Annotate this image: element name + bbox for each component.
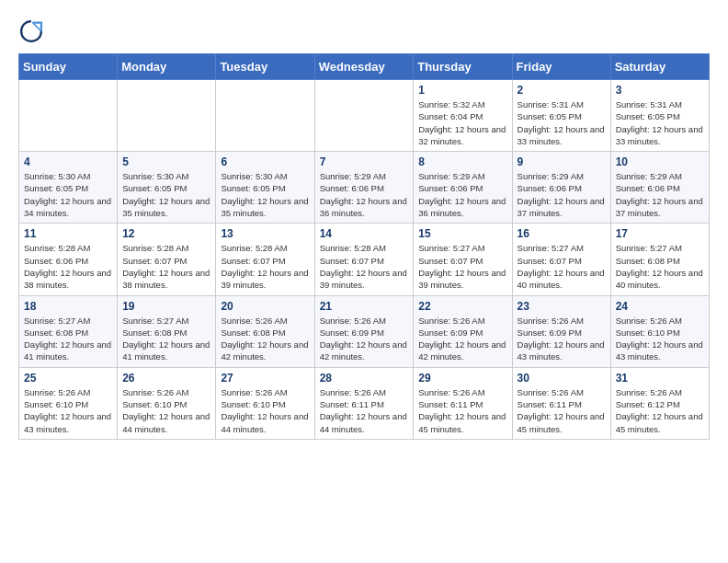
calendar-cell: 2Sunrise: 5:31 AM Sunset: 6:05 PM Daylig… [512, 80, 610, 152]
day-info: Sunrise: 5:26 AM Sunset: 6:11 PM Dayligh… [418, 386, 506, 435]
day-info: Sunrise: 5:26 AM Sunset: 6:09 PM Dayligh… [518, 315, 606, 363]
calendar-week-1: 1Sunrise: 5:32 AM Sunset: 6:04 PM Daylig… [19, 80, 710, 152]
day-info: Sunrise: 5:26 AM Sunset: 6:09 PM Dayligh… [418, 315, 506, 363]
calendar-table: SundayMondayTuesdayWednesdayThursdayFrid… [18, 53, 710, 440]
day-number: 22 [418, 300, 506, 313]
calendar-cell: 20Sunrise: 5:26 AM Sunset: 6:08 PM Dayli… [216, 295, 314, 367]
day-number: 25 [24, 372, 112, 385]
calendar-cell: 21Sunrise: 5:26 AM Sunset: 6:09 PM Dayli… [314, 295, 414, 367]
calendar-cell: 17Sunrise: 5:27 AM Sunset: 6:08 PM Dayli… [610, 224, 709, 295]
calendar-week-2: 4Sunrise: 5:30 AM Sunset: 6:05 PM Daylig… [19, 152, 710, 224]
calendar-cell: 6Sunrise: 5:30 AM Sunset: 6:05 PM Daylig… [216, 152, 314, 224]
day-info: Sunrise: 5:32 AM Sunset: 6:04 PM Dayligh… [418, 98, 506, 147]
day-number: 1 [418, 84, 506, 97]
calendar-cell: 13Sunrise: 5:28 AM Sunset: 6:07 PM Dayli… [216, 224, 314, 295]
calendar-header-row: SundayMondayTuesdayWednesdayThursdayFrid… [19, 54, 710, 80]
day-info: Sunrise: 5:28 AM Sunset: 6:07 PM Dayligh… [221, 242, 309, 291]
day-info: Sunrise: 5:29 AM Sunset: 6:06 PM Dayligh… [418, 170, 506, 219]
day-info: Sunrise: 5:27 AM Sunset: 6:07 PM Dayligh… [518, 242, 606, 291]
calendar-cell: 12Sunrise: 5:28 AM Sunset: 6:07 PM Dayli… [118, 224, 216, 295]
col-header-wednesday: Wednesday [314, 54, 414, 80]
day-info: Sunrise: 5:27 AM Sunset: 6:08 PM Dayligh… [616, 242, 704, 291]
page-header [18, 18, 710, 44]
calendar-cell: 19Sunrise: 5:27 AM Sunset: 6:08 PM Dayli… [118, 295, 216, 367]
col-header-sunday: Sunday [19, 54, 118, 80]
day-number: 10 [616, 155, 704, 168]
calendar-week-5: 25Sunrise: 5:26 AM Sunset: 6:10 PM Dayli… [19, 367, 710, 439]
calendar-cell: 7Sunrise: 5:29 AM Sunset: 6:06 PM Daylig… [314, 152, 414, 224]
day-info: Sunrise: 5:29 AM Sunset: 6:06 PM Dayligh… [518, 170, 606, 219]
calendar-cell: 4Sunrise: 5:30 AM Sunset: 6:05 PM Daylig… [19, 152, 118, 224]
col-header-saturday: Saturday [610, 54, 709, 80]
day-number: 21 [320, 300, 409, 313]
day-info: Sunrise: 5:27 AM Sunset: 6:08 PM Dayligh… [122, 315, 210, 363]
calendar-cell [314, 80, 414, 152]
day-number: 12 [122, 227, 210, 240]
day-number: 4 [24, 155, 112, 168]
day-info: Sunrise: 5:28 AM Sunset: 6:07 PM Dayligh… [320, 242, 409, 291]
day-info: Sunrise: 5:26 AM Sunset: 6:10 PM Dayligh… [616, 315, 704, 363]
calendar-cell: 24Sunrise: 5:26 AM Sunset: 6:10 PM Dayli… [610, 295, 709, 367]
day-number: 6 [221, 155, 309, 168]
calendar-cell [216, 80, 314, 152]
day-info: Sunrise: 5:31 AM Sunset: 6:05 PM Dayligh… [616, 98, 704, 147]
day-number: 16 [518, 227, 606, 240]
logo [18, 18, 48, 44]
day-number: 11 [24, 227, 112, 240]
col-header-thursday: Thursday [414, 54, 512, 80]
calendar-cell: 28Sunrise: 5:26 AM Sunset: 6:11 PM Dayli… [314, 367, 414, 439]
calendar-cell: 29Sunrise: 5:26 AM Sunset: 6:11 PM Dayli… [414, 367, 512, 439]
day-info: Sunrise: 5:29 AM Sunset: 6:06 PM Dayligh… [616, 170, 704, 219]
calendar-cell: 10Sunrise: 5:29 AM Sunset: 6:06 PM Dayli… [610, 152, 709, 224]
calendar-cell: 18Sunrise: 5:27 AM Sunset: 6:08 PM Dayli… [19, 295, 118, 367]
calendar-cell [19, 80, 118, 152]
day-number: 3 [616, 84, 704, 97]
day-info: Sunrise: 5:31 AM Sunset: 6:05 PM Dayligh… [518, 98, 606, 147]
calendar-week-4: 18Sunrise: 5:27 AM Sunset: 6:08 PM Dayli… [19, 295, 710, 367]
calendar-cell: 27Sunrise: 5:26 AM Sunset: 6:10 PM Dayli… [216, 367, 314, 439]
day-number: 5 [122, 155, 210, 168]
calendar-cell: 9Sunrise: 5:29 AM Sunset: 6:06 PM Daylig… [512, 152, 610, 224]
calendar-cell: 31Sunrise: 5:26 AM Sunset: 6:12 PM Dayli… [610, 367, 709, 439]
day-number: 17 [616, 227, 704, 240]
day-info: Sunrise: 5:29 AM Sunset: 6:06 PM Dayligh… [320, 170, 409, 219]
calendar-cell: 1Sunrise: 5:32 AM Sunset: 6:04 PM Daylig… [414, 80, 512, 152]
calendar-cell: 15Sunrise: 5:27 AM Sunset: 6:07 PM Dayli… [414, 224, 512, 295]
day-number: 15 [418, 227, 506, 240]
calendar-cell: 3Sunrise: 5:31 AM Sunset: 6:05 PM Daylig… [610, 80, 709, 152]
calendar-week-3: 11Sunrise: 5:28 AM Sunset: 6:06 PM Dayli… [19, 224, 710, 295]
day-info: Sunrise: 5:30 AM Sunset: 6:05 PM Dayligh… [24, 170, 112, 219]
calendar-cell: 16Sunrise: 5:27 AM Sunset: 6:07 PM Dayli… [512, 224, 610, 295]
day-number: 23 [518, 300, 606, 313]
day-number: 19 [122, 300, 210, 313]
calendar-cell: 5Sunrise: 5:30 AM Sunset: 6:05 PM Daylig… [118, 152, 216, 224]
day-info: Sunrise: 5:30 AM Sunset: 6:05 PM Dayligh… [221, 170, 309, 219]
day-number: 30 [518, 372, 606, 385]
day-number: 18 [24, 300, 112, 313]
day-number: 28 [320, 372, 409, 385]
day-number: 2 [518, 84, 606, 97]
calendar-cell: 11Sunrise: 5:28 AM Sunset: 6:06 PM Dayli… [19, 224, 118, 295]
col-header-tuesday: Tuesday [216, 54, 314, 80]
calendar-cell: 25Sunrise: 5:26 AM Sunset: 6:10 PM Dayli… [19, 367, 118, 439]
logo-icon [18, 18, 44, 44]
day-info: Sunrise: 5:26 AM Sunset: 6:11 PM Dayligh… [320, 386, 409, 435]
day-number: 20 [221, 300, 309, 313]
calendar-cell [118, 80, 216, 152]
day-number: 26 [122, 372, 210, 385]
day-info: Sunrise: 5:27 AM Sunset: 6:08 PM Dayligh… [24, 315, 112, 363]
day-number: 29 [418, 372, 506, 385]
day-info: Sunrise: 5:26 AM Sunset: 6:09 PM Dayligh… [320, 315, 409, 363]
day-info: Sunrise: 5:26 AM Sunset: 6:12 PM Dayligh… [616, 386, 704, 435]
day-info: Sunrise: 5:27 AM Sunset: 6:07 PM Dayligh… [418, 242, 506, 291]
calendar-cell: 23Sunrise: 5:26 AM Sunset: 6:09 PM Dayli… [512, 295, 610, 367]
day-info: Sunrise: 5:26 AM Sunset: 6:10 PM Dayligh… [122, 386, 210, 435]
day-number: 24 [616, 300, 704, 313]
calendar-cell: 26Sunrise: 5:26 AM Sunset: 6:10 PM Dayli… [118, 367, 216, 439]
day-number: 9 [518, 155, 606, 168]
day-info: Sunrise: 5:28 AM Sunset: 6:06 PM Dayligh… [24, 242, 112, 291]
col-header-friday: Friday [512, 54, 610, 80]
day-number: 14 [320, 227, 409, 240]
calendar-cell: 14Sunrise: 5:28 AM Sunset: 6:07 PM Dayli… [314, 224, 414, 295]
day-number: 8 [418, 155, 506, 168]
